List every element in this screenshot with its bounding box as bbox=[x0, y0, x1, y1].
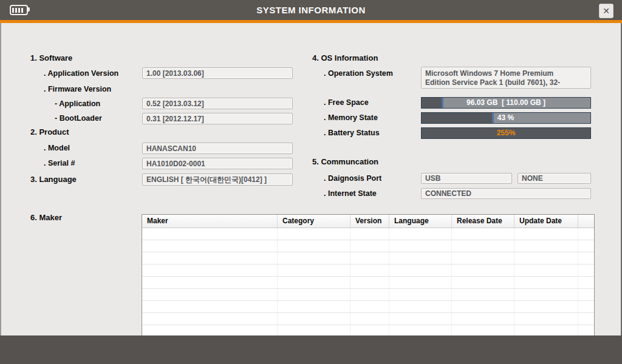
free-space-text: 96.03 GB [ 110.00 GB ] bbox=[422, 98, 590, 108]
table-row bbox=[142, 313, 594, 325]
table-cell bbox=[578, 289, 594, 300]
close-button[interactable]: ✕ bbox=[599, 4, 613, 18]
table-cell bbox=[350, 228, 389, 240]
table-cell bbox=[578, 313, 594, 325]
table-cell bbox=[578, 265, 594, 276]
table-cell bbox=[142, 240, 278, 252]
bootloader-field: 0.31 [2012.12.17] bbox=[142, 113, 293, 124]
table-cell bbox=[452, 240, 514, 252]
table-cell bbox=[350, 313, 389, 325]
section-product-heading: 2. Product bbox=[30, 127, 69, 137]
table-cell bbox=[142, 301, 278, 312]
table-cell bbox=[278, 265, 350, 276]
table-cell bbox=[142, 265, 278, 276]
table-cell bbox=[452, 313, 514, 325]
battery-status-bar: 255% bbox=[421, 127, 591, 139]
diagnosis-port-field-1: USB bbox=[421, 173, 512, 184]
firmware-version-label: . Firmware Version bbox=[44, 84, 111, 94]
table-cell bbox=[514, 289, 578, 300]
table-cell bbox=[514, 277, 578, 288]
column-header-filler bbox=[578, 215, 594, 228]
table-cell bbox=[514, 313, 578, 325]
free-space-bar: 96.03 GB [ 110.00 GB ] bbox=[421, 97, 591, 109]
column-header-category[interactable]: Category bbox=[278, 215, 350, 228]
table-cell bbox=[142, 252, 278, 264]
page-title: SYSTEM INFORMATION bbox=[0, 0, 622, 20]
memory-used-fill bbox=[422, 113, 493, 123]
diagnosis-port-field-2: NONE bbox=[518, 173, 591, 184]
memory-state-label: . Memory State bbox=[324, 113, 378, 123]
table-row bbox=[142, 228, 594, 240]
table-cell bbox=[278, 301, 350, 312]
table-cell bbox=[578, 228, 594, 240]
model-field: HANASCAN10 bbox=[142, 143, 293, 154]
maker-table-body bbox=[142, 228, 594, 349]
memory-divider bbox=[492, 113, 494, 123]
column-header-update-date[interactable]: Update Date bbox=[514, 215, 578, 228]
table-cell bbox=[452, 228, 514, 240]
section-software-heading: 1. Software bbox=[30, 53, 72, 63]
title-bar: SYSTEM INFORMATION ✕ bbox=[0, 0, 622, 20]
table-cell bbox=[452, 289, 514, 300]
table-cell bbox=[142, 289, 278, 300]
table-cell bbox=[514, 240, 578, 252]
serial-label: . Serial # bbox=[44, 158, 75, 168]
app-version-field: 1.00 [2013.03.06] bbox=[142, 67, 293, 79]
section-language-heading: 3. Language bbox=[30, 175, 77, 184]
table-row bbox=[142, 240, 594, 252]
table-cell bbox=[350, 289, 389, 300]
table-cell bbox=[350, 252, 389, 264]
app-version-label: . Application Version bbox=[44, 69, 118, 78]
table-cell bbox=[578, 277, 594, 288]
table-cell bbox=[578, 240, 594, 252]
table-row bbox=[142, 301, 594, 313]
table-cell bbox=[350, 265, 389, 276]
table-cell bbox=[389, 228, 452, 240]
table-cell bbox=[278, 313, 350, 325]
firmware-application-field: 0.52 [2013.03.12] bbox=[142, 98, 293, 109]
column-header-maker[interactable]: Maker bbox=[142, 215, 278, 228]
maker-table-header: MakerCategoryVersionLanguageRelease Date… bbox=[142, 215, 594, 228]
table-cell bbox=[514, 228, 578, 240]
table-cell bbox=[350, 240, 389, 252]
window-edge-left bbox=[0, 23, 1, 335]
table-cell bbox=[278, 277, 350, 288]
table-cell bbox=[278, 240, 350, 252]
table-row bbox=[142, 252, 594, 265]
table-row bbox=[142, 289, 594, 301]
table-cell bbox=[389, 289, 452, 300]
memory-state-bar: 43 % bbox=[421, 112, 591, 124]
maker-table: MakerCategoryVersionLanguageRelease Date… bbox=[142, 214, 595, 350]
table-cell bbox=[278, 289, 350, 300]
table-cell bbox=[142, 313, 278, 325]
table-cell bbox=[452, 301, 514, 312]
free-space-label: . Free Space bbox=[324, 98, 369, 107]
column-header-release-date[interactable]: Release Date bbox=[452, 215, 514, 228]
table-cell bbox=[514, 252, 578, 264]
table-cell bbox=[278, 252, 350, 264]
column-header-language[interactable]: Language bbox=[389, 215, 452, 228]
firmware-application-label: - Application bbox=[55, 99, 100, 109]
table-cell bbox=[514, 301, 578, 312]
section-os-heading: 4. OS Information bbox=[312, 53, 378, 63]
table-cell bbox=[389, 277, 452, 288]
battery-status-label: . Battery Status bbox=[324, 128, 380, 138]
table-cell bbox=[350, 277, 389, 288]
operation-system-field: Microsoft Windows 7 Home Premium Edition… bbox=[421, 67, 591, 89]
content-area: 1. Software . Application Version 1.00 [… bbox=[0, 23, 622, 335]
table-cell bbox=[350, 301, 389, 312]
table-cell bbox=[389, 301, 452, 312]
table-row bbox=[142, 277, 594, 289]
table-cell bbox=[452, 277, 514, 288]
model-label: . Model bbox=[44, 143, 70, 153]
section-maker-heading: 6. Maker bbox=[30, 213, 62, 223]
section-communication-heading: 5. Communcation bbox=[312, 157, 378, 167]
table-cell bbox=[389, 265, 452, 276]
table-row bbox=[142, 265, 594, 277]
close-icon: ✕ bbox=[603, 6, 610, 16]
system-information-window: { "titlebar": { "title": "SYSTEM INFORMA… bbox=[0, 0, 622, 364]
internet-state-field: CONNECTED bbox=[421, 188, 591, 199]
bottom-bar bbox=[0, 335, 622, 364]
internet-state-label: . Internet State bbox=[324, 189, 377, 198]
column-header-version[interactable]: Version bbox=[350, 215, 389, 228]
